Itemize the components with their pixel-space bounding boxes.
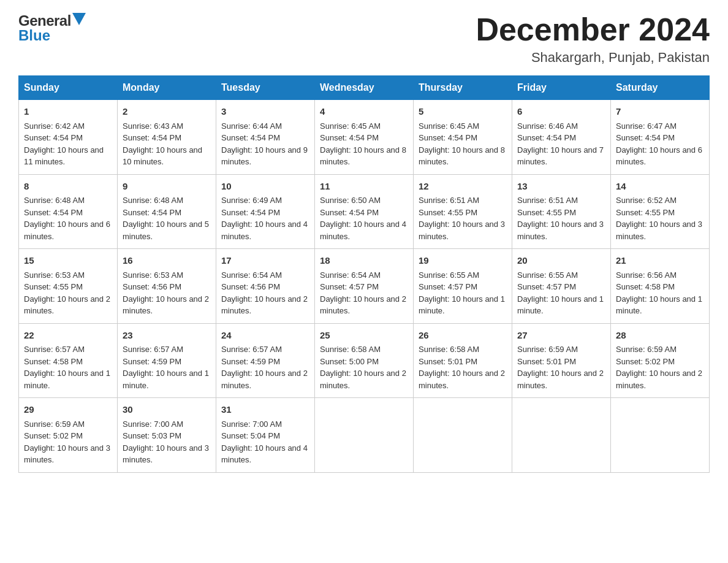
- day-info: Sunrise: 6:56 AMSunset: 4:58 PMDaylight:…: [616, 270, 702, 316]
- calendar-cell: [414, 398, 512, 473]
- day-number: 1: [24, 105, 112, 119]
- header: General Blue December 2024 Shakargarh, P…: [18, 12, 710, 66]
- calendar-cell: 1Sunrise: 6:42 AMSunset: 4:54 PMDaylight…: [19, 100, 118, 175]
- day-info: Sunrise: 6:48 AMSunset: 4:54 PMDaylight:…: [24, 196, 110, 241]
- day-number: 17: [221, 254, 309, 268]
- calendar-cell: 28Sunrise: 6:59 AMSunset: 5:02 PMDayligh…: [611, 323, 710, 398]
- calendar-cell: 23Sunrise: 6:57 AMSunset: 4:59 PMDayligh…: [118, 323, 216, 398]
- day-info: Sunrise: 6:50 AMSunset: 4:54 PMDaylight:…: [320, 196, 406, 241]
- day-number: 16: [123, 254, 211, 268]
- logo: General Blue: [18, 12, 86, 44]
- day-info: Sunrise: 6:57 AMSunset: 4:59 PMDaylight:…: [123, 345, 209, 390]
- day-info: Sunrise: 6:53 AMSunset: 4:55 PMDaylight:…: [24, 270, 110, 316]
- day-info: Sunrise: 6:59 AMSunset: 5:01 PMDaylight:…: [517, 345, 604, 390]
- calendar-cell: 31Sunrise: 7:00 AMSunset: 5:04 PMDayligh…: [216, 398, 315, 473]
- calendar-cell: 20Sunrise: 6:55 AMSunset: 4:57 PMDayligh…: [512, 249, 611, 324]
- week-row-4: 22Sunrise: 6:57 AMSunset: 4:58 PMDayligh…: [19, 323, 710, 398]
- day-info: Sunrise: 6:43 AMSunset: 4:54 PMDaylight:…: [123, 121, 202, 167]
- calendar-cell: 10Sunrise: 6:49 AMSunset: 4:54 PMDayligh…: [216, 174, 315, 249]
- day-number: 28: [616, 329, 704, 343]
- day-number: 15: [24, 254, 112, 268]
- calendar-cell: 26Sunrise: 6:58 AMSunset: 5:01 PMDayligh…: [414, 323, 512, 398]
- day-number: 13: [517, 180, 605, 194]
- day-number: 29: [24, 403, 112, 417]
- day-number: 10: [221, 180, 309, 194]
- day-number: 24: [221, 329, 309, 343]
- calendar-cell: 15Sunrise: 6:53 AMSunset: 4:55 PMDayligh…: [19, 249, 118, 324]
- calendar-cell: 9Sunrise: 6:48 AMSunset: 4:54 PMDaylight…: [118, 174, 216, 249]
- day-number: 25: [320, 329, 408, 343]
- day-info: Sunrise: 6:58 AMSunset: 5:01 PMDaylight:…: [419, 345, 505, 390]
- calendar-cell: 27Sunrise: 6:59 AMSunset: 5:01 PMDayligh…: [512, 323, 611, 398]
- day-info: Sunrise: 6:49 AMSunset: 4:54 PMDaylight:…: [221, 196, 308, 241]
- day-number: 26: [419, 329, 507, 343]
- day-info: Sunrise: 6:59 AMSunset: 5:02 PMDaylight:…: [24, 419, 110, 465]
- calendar-cell: [315, 398, 414, 473]
- calendar-cell: 13Sunrise: 6:51 AMSunset: 4:55 PMDayligh…: [512, 174, 611, 249]
- day-info: Sunrise: 6:59 AMSunset: 5:02 PMDaylight:…: [616, 345, 702, 390]
- day-number: 11: [320, 180, 408, 194]
- day-number: 7: [616, 105, 704, 119]
- calendar-cell: 14Sunrise: 6:52 AMSunset: 4:55 PMDayligh…: [611, 174, 710, 249]
- week-row-2: 8Sunrise: 6:48 AMSunset: 4:54 PMDaylight…: [19, 174, 710, 249]
- day-number: 19: [419, 254, 507, 268]
- day-info: Sunrise: 6:57 AMSunset: 4:58 PMDaylight:…: [24, 345, 110, 390]
- day-info: Sunrise: 6:42 AMSunset: 4:54 PMDaylight:…: [24, 121, 104, 167]
- day-number: 12: [419, 180, 507, 194]
- day-info: Sunrise: 6:45 AMSunset: 4:54 PMDaylight:…: [419, 121, 505, 167]
- day-info: Sunrise: 7:00 AMSunset: 5:03 PMDaylight:…: [123, 419, 209, 465]
- week-row-1: 1Sunrise: 6:42 AMSunset: 4:54 PMDaylight…: [19, 100, 710, 175]
- calendar-cell: 6Sunrise: 6:46 AMSunset: 4:54 PMDaylight…: [512, 100, 611, 175]
- calendar-cell: [611, 398, 710, 473]
- calendar-cell: 24Sunrise: 6:57 AMSunset: 4:59 PMDayligh…: [216, 323, 315, 398]
- day-number: 27: [517, 329, 605, 343]
- col-header-wednesday: Wednesday: [315, 76, 414, 100]
- day-number: 30: [123, 403, 211, 417]
- calendar-cell: 2Sunrise: 6:43 AMSunset: 4:54 PMDaylight…: [118, 100, 216, 175]
- day-info: Sunrise: 6:57 AMSunset: 4:59 PMDaylight:…: [221, 345, 308, 390]
- calendar-table: SundayMondayTuesdayWednesdayThursdayFrid…: [18, 75, 710, 473]
- calendar-cell: 18Sunrise: 6:54 AMSunset: 4:57 PMDayligh…: [315, 249, 414, 324]
- day-info: Sunrise: 7:00 AMSunset: 5:04 PMDaylight:…: [221, 419, 308, 465]
- logo-blue-text: Blue: [18, 27, 50, 44]
- day-number: 21: [616, 254, 704, 268]
- day-info: Sunrise: 6:47 AMSunset: 4:54 PMDaylight:…: [616, 121, 702, 167]
- day-info: Sunrise: 6:46 AMSunset: 4:54 PMDaylight:…: [517, 121, 604, 167]
- calendar-cell: 25Sunrise: 6:58 AMSunset: 5:00 PMDayligh…: [315, 323, 414, 398]
- day-info: Sunrise: 6:52 AMSunset: 4:55 PMDaylight:…: [616, 196, 702, 241]
- day-number: 6: [517, 105, 605, 119]
- day-info: Sunrise: 6:55 AMSunset: 4:57 PMDaylight:…: [419, 270, 505, 316]
- calendar-cell: 21Sunrise: 6:56 AMSunset: 4:58 PMDayligh…: [611, 249, 710, 324]
- calendar-cell: 17Sunrise: 6:54 AMSunset: 4:56 PMDayligh…: [216, 249, 315, 324]
- calendar-cell: 12Sunrise: 6:51 AMSunset: 4:55 PMDayligh…: [414, 174, 512, 249]
- col-header-tuesday: Tuesday: [216, 76, 315, 100]
- calendar-cell: 29Sunrise: 6:59 AMSunset: 5:02 PMDayligh…: [19, 398, 118, 473]
- day-number: 4: [320, 105, 408, 119]
- day-number: 14: [616, 180, 704, 194]
- calendar-cell: 30Sunrise: 7:00 AMSunset: 5:03 PMDayligh…: [118, 398, 216, 473]
- day-number: 23: [123, 329, 211, 343]
- calendar-cell: 4Sunrise: 6:45 AMSunset: 4:54 PMDaylight…: [315, 100, 414, 175]
- day-info: Sunrise: 6:51 AMSunset: 4:55 PMDaylight:…: [517, 196, 604, 241]
- col-header-saturday: Saturday: [611, 76, 710, 100]
- day-info: Sunrise: 6:51 AMSunset: 4:55 PMDaylight:…: [419, 196, 505, 241]
- week-row-3: 15Sunrise: 6:53 AMSunset: 4:55 PMDayligh…: [19, 249, 710, 324]
- title-area: December 2024 Shakargarh, Punjab, Pakist…: [476, 12, 710, 66]
- logo-arrow-icon: [72, 13, 86, 28]
- day-number: 8: [24, 180, 112, 194]
- day-info: Sunrise: 6:44 AMSunset: 4:54 PMDaylight:…: [221, 121, 308, 167]
- calendar-cell: 3Sunrise: 6:44 AMSunset: 4:54 PMDaylight…: [216, 100, 315, 175]
- day-info: Sunrise: 6:53 AMSunset: 4:56 PMDaylight:…: [123, 270, 209, 316]
- calendar-cell: 8Sunrise: 6:48 AMSunset: 4:54 PMDaylight…: [19, 174, 118, 249]
- day-info: Sunrise: 6:54 AMSunset: 4:57 PMDaylight:…: [320, 270, 406, 316]
- day-number: 3: [221, 105, 309, 119]
- day-info: Sunrise: 6:58 AMSunset: 5:00 PMDaylight:…: [320, 345, 406, 390]
- month-title: December 2024: [476, 12, 710, 47]
- header-row: SundayMondayTuesdayWednesdayThursdayFrid…: [19, 76, 710, 100]
- day-number: 9: [123, 180, 211, 194]
- day-number: 2: [123, 105, 211, 119]
- day-number: 31: [221, 403, 309, 417]
- day-info: Sunrise: 6:45 AMSunset: 4:54 PMDaylight:…: [320, 121, 406, 167]
- svg-marker-0: [72, 13, 86, 25]
- location-title: Shakargarh, Punjab, Pakistan: [476, 50, 710, 66]
